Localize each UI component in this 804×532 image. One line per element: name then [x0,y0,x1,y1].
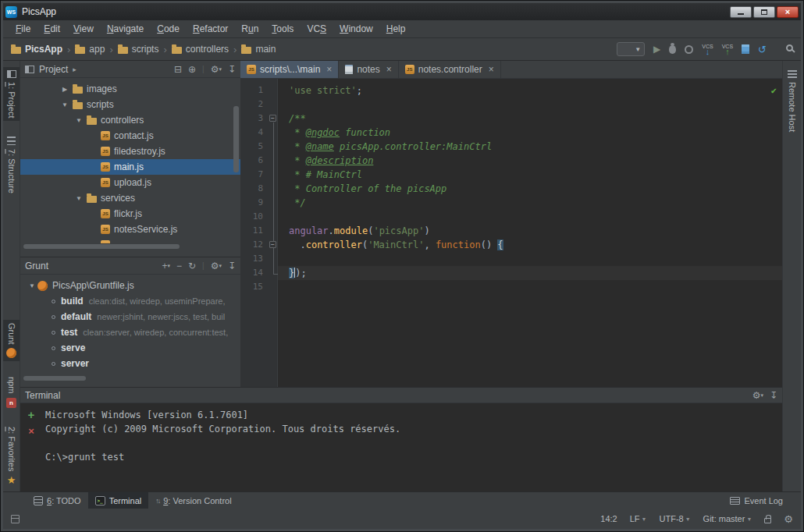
tree-item-filedestroy-js[interactable]: JSfiledestroy.js [20,144,240,159]
hide-icon[interactable]: ↧ [770,390,777,401]
reload-icon[interactable]: ↻ [188,261,196,271]
stripe-button-npm[interactable]: npmn [3,374,20,410]
grunt-panel: Grunt +▾ − ↻ | ⚙▾ ↧ ▼PicsApp\Gruntfile.j… [20,257,240,387]
inspections-ok-icon[interactable]: ✔ [771,83,777,98]
maximize-button[interactable] [753,6,775,18]
toolwindow-button-terminal[interactable]: >_Terminal [88,492,149,509]
stripe-button-remote-host[interactable]: Remote Host [783,67,801,135]
stripe-button-1-project[interactable]: 1: Project [3,67,20,121]
editor-line-text: /** [278,112,782,126]
coverage-icon[interactable] [685,45,693,54]
editor-area: JSscripts\...\main×notes×JSnotes.control… [240,61,782,387]
menu-item-tools[interactable]: Tools [265,22,300,36]
menu-item-run[interactable]: Run [235,22,265,36]
settings-icon[interactable]: ⚙▾ [752,390,763,401]
menu-item-vcs[interactable]: VCS [301,22,333,36]
close-button[interactable]: × [777,6,799,18]
menu-item-view[interactable]: View [67,22,100,36]
js-file-icon: JS [101,209,110,218]
settings-icon[interactable]: ⚙▾ [211,64,222,75]
locate-icon[interactable]: ⊕ [188,64,196,75]
grunt-task-test[interactable]: testclean:server, wiredep, concurrent:te… [20,325,240,340]
terminal-body[interactable]: + × Microsoft Windows [version 6.1.7601]… [20,403,782,491]
stripe-button-grunt[interactable]: Grunt [3,320,20,362]
tree-item-item[interactable]: JS [20,237,240,243]
close-tab-icon[interactable]: × [386,64,392,75]
stripe-button-label: Remote Host [788,82,797,132]
vcs-update-button[interactable]: VCS ↓ [702,44,713,55]
breadcrumb-item-picsapp[interactable]: PicsApp [11,44,62,55]
tree-item-label: flickr.js [114,208,142,219]
fold-icon[interactable]: − [269,241,276,248]
fold-icon[interactable]: − [269,115,276,122]
debug-icon[interactable] [669,45,676,54]
status-14-2[interactable]: 14:2 [600,514,617,523]
editor[interactable]: 1'use strict';23−/**4 * @ngdoc function5… [240,79,782,387]
menu-item-window[interactable]: Window [333,22,379,36]
gear-icon[interactable]: ⚙ [784,514,793,524]
minimize-button[interactable] [730,6,752,18]
vcs-commit-button[interactable]: VCS ↑ [722,44,733,55]
scrollbar-thumb[interactable] [23,244,180,249]
close-session-icon[interactable]: × [28,427,34,435]
add-icon[interactable]: +▾ [162,261,170,271]
search-icon[interactable] [786,44,793,51]
lock-icon[interactable] [764,518,771,523]
scrollbar-thumb[interactable] [23,376,86,381]
menu-item-edit[interactable]: Edit [37,22,66,36]
scrollbar-thumb[interactable] [233,106,239,172]
grunt-task-server[interactable]: server [20,356,240,371]
tree-item-scripts[interactable]: ▼scripts [20,97,240,112]
toolwindow-button-event-log[interactable]: Event Log [723,492,790,509]
grunt-task-build[interactable]: buildclean:dist, wiredep, useminPrepare, [20,293,240,309]
tree-item-services[interactable]: ▼services [20,190,240,206]
status-label: 14:2 [600,514,617,523]
tree-item-main-js[interactable]: JSmain.js [20,159,240,175]
hide-icon[interactable]: ↧ [228,64,236,75]
breadcrumb-item-scripts[interactable]: scripts [118,44,159,55]
status-utf-8[interactable]: UTF-8▼ [660,514,691,523]
menu-item-refactor[interactable]: Refactor [187,22,234,36]
collapse-all-icon[interactable]: ⊟ [174,64,182,75]
tree-item-images[interactable]: ▶images [20,81,240,97]
status-lf[interactable]: LF▼ [630,514,647,523]
grunt-task-serve[interactable]: serve [20,340,240,356]
toolwindow-button-6-todo[interactable]: 6: TODO [27,492,88,509]
menu-item-file[interactable]: File [9,22,37,36]
tab-notes[interactable]: notes× [339,61,398,78]
menu-item-code[interactable]: Code [151,22,186,36]
tree-item-notesservice-js[interactable]: JSnotesService.js [20,222,240,237]
close-tab-icon[interactable]: × [489,64,494,75]
hide-icon[interactable]: ↧ [228,261,236,271]
new-session-icon[interactable]: + [28,411,35,419]
toolwindow-button-9-version-control[interactable]: ↑↓9: Version Control [148,492,238,509]
vcs-changes-icon[interactable] [742,44,749,54]
stripe-button-2-favorites[interactable]: 2: Favorites★ [3,424,20,488]
grunt-task-default[interactable]: defaultnewer:jshint, newer:jscs, test, b… [20,309,240,325]
breadcrumb-item-main[interactable]: main [241,44,276,55]
menu-item-help[interactable]: Help [380,22,412,36]
revert-icon[interactable]: ↺ [758,44,767,55]
toolwindow-toggle-icon[interactable] [11,515,20,523]
grunt-panel-actions: +▾ − ↻ | ⚙▾ ↧ [162,261,236,271]
tree-item-upload-js[interactable]: JSupload.js [20,175,240,190]
line-number: 11 [240,224,269,238]
chevron-right-icon[interactable]: ▸ [73,66,76,73]
close-tab-icon[interactable]: × [326,64,332,75]
breadcrumb-item-app[interactable]: app [75,44,105,55]
settings-icon[interactable]: ⚙▾ [211,261,222,271]
menu-item-navigate[interactable]: Navigate [101,22,150,36]
main-toolbar: PicsApp›app›scripts›controllers›main ▼ ▶… [3,38,801,61]
breadcrumb-item-controllers[interactable]: controllers [172,44,229,55]
tree-item-flickr-js[interactable]: JSflickr.js [20,206,240,222]
tab-scripts-main[interactable]: JSscripts\...\main× [240,61,339,78]
status-git-master[interactable]: Git: master▼ [703,514,752,523]
tree-item-controllers[interactable]: ▼controllers [20,112,240,128]
tree-item-contact-js[interactable]: JScontact.js [20,128,240,144]
run-configuration-combo[interactable]: ▼ [617,42,645,56]
stripe-button-7-structure[interactable]: 7: Structure [3,133,20,197]
run-button[interactable]: ▶ [653,44,660,54]
grunt-root[interactable]: ▼PicsApp\Gruntfile.js [20,278,240,293]
remove-icon[interactable]: − [176,261,182,271]
tab-notes-controller[interactable]: JSnotes.controller× [399,61,501,78]
